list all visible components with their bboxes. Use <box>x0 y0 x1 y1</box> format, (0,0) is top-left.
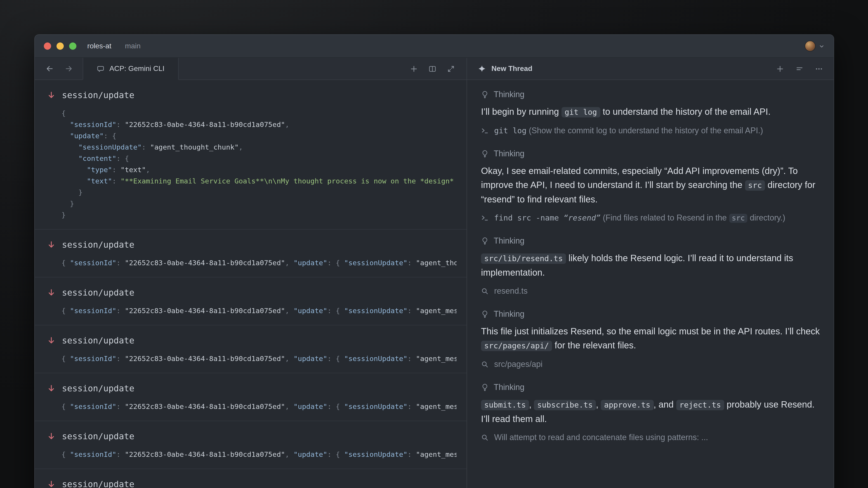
json-token: "agent_thought_chunk" <box>416 259 457 267</box>
log-entry-header[interactable]: session/update <box>35 89 467 101</box>
search-tool-row[interactable]: Will attempt to read and concatenate fil… <box>481 431 820 443</box>
titlebar[interactable]: roles-at main <box>35 35 834 58</box>
json-token: } <box>61 200 74 208</box>
lightbulb-icon <box>481 383 489 391</box>
thread-sparkle-icon <box>478 65 486 73</box>
text-segment: to understand the history of the email A… <box>600 107 771 117</box>
thinking-row[interactable]: Thinking <box>481 308 820 320</box>
terminal-icon <box>481 214 489 222</box>
json-token: "agent_message_chunk" <box>416 307 457 315</box>
command-text: find src -name <box>494 213 563 222</box>
window-controls <box>44 42 76 50</box>
thinking-label: Thinking <box>494 236 524 246</box>
json-token: "update" <box>293 307 327 315</box>
tool-note: Will attempt to read and concatenate fil… <box>494 433 708 442</box>
zoom-button[interactable] <box>69 42 76 50</box>
inline-code: src <box>729 214 747 223</box>
split-pane-button[interactable] <box>429 65 436 72</box>
json-token: "update" <box>293 355 327 363</box>
json-body: { "sessionId": "22652c83-0abe-4364-8a11-… <box>61 353 457 365</box>
json-token: "text" <box>87 177 112 185</box>
inline-code: git log <box>561 107 600 118</box>
search-icon <box>481 360 489 368</box>
git-branch[interactable]: main <box>125 42 141 50</box>
avatar[interactable] <box>805 41 815 52</box>
json-token: "sessionId" <box>70 121 116 129</box>
assistant-paragraph: Okay, I see email-related commits, espec… <box>481 164 820 206</box>
json-line: { "sessionId": "22652c83-0abe-4364-8a11-… <box>61 449 457 460</box>
json-body: { "sessionId": "22652c83-0abe-4364-8a11-… <box>61 401 457 413</box>
json-token: , <box>285 307 293 315</box>
json-token: "agent_message_chunk" <box>416 451 457 459</box>
json-token: "update" <box>293 259 327 267</box>
json-token: } <box>61 188 83 197</box>
json-token: "agent_message_chunk" <box>416 355 457 363</box>
json-line: { "sessionId": "22652c83-0abe-4364-8a11-… <box>61 305 457 317</box>
json-token: "text" <box>121 166 146 174</box>
json-token: "update" <box>293 451 327 459</box>
json-token: : <box>112 177 121 185</box>
json-body: { "sessionId": "22652c83-0abe-4364-8a11-… <box>61 449 457 460</box>
json-token: "sessionId" <box>70 259 116 267</box>
json-token <box>61 155 79 163</box>
tool-call-text: src/pages/api <box>494 359 542 369</box>
nav-back-button[interactable] <box>46 65 54 73</box>
incoming-arrow-icon <box>47 91 56 99</box>
incoming-arrow-icon <box>47 240 56 249</box>
json-token: : { <box>116 155 129 163</box>
json-line: } <box>61 187 457 198</box>
expand-pane-button[interactable] <box>447 65 455 72</box>
log-entry-header[interactable]: session/update <box>35 287 467 298</box>
tool-call-text: git log (Show the commit log to understa… <box>494 126 763 135</box>
chevron-down-icon[interactable] <box>819 43 825 49</box>
search-tool-row[interactable]: src/pages/api <box>481 358 820 370</box>
new-tab-button[interactable] <box>410 65 418 72</box>
json-line: "type": "text", <box>61 164 457 176</box>
log-entry-header[interactable]: session/update <box>35 478 467 488</box>
thinking-row[interactable]: Thinking <box>481 148 820 159</box>
json-token <box>61 143 79 151</box>
chat-bubble-icon <box>97 65 104 72</box>
log-entry-title: session/update <box>62 431 134 441</box>
thinking-label: Thinking <box>494 149 524 158</box>
log-entry-header[interactable]: session/update <box>35 382 467 394</box>
json-token: : <box>408 355 416 363</box>
inline-code: src <box>745 180 765 191</box>
nav-forward-button[interactable] <box>65 65 73 73</box>
json-token: "22652c83-0abe-4364-8a11-b90cd1a075ed" <box>125 121 285 129</box>
json-token: "update" <box>70 132 103 140</box>
new-thread-button[interactable] <box>776 65 784 72</box>
thinking-label: Thinking <box>494 309 524 319</box>
thinking-row[interactable]: Thinking <box>481 235 820 246</box>
desktop: roles-at main <box>0 0 868 488</box>
log-entry-title: session/update <box>62 479 134 488</box>
log-list[interactable]: session/update{ "sessionId": "22652c83-0… <box>35 80 467 488</box>
json-token: : { <box>327 307 344 315</box>
incoming-arrow-icon <box>47 384 56 392</box>
thinking-row[interactable]: Thinking <box>481 382 820 393</box>
log-entry-header[interactable]: session/update <box>35 238 467 250</box>
assistant-paragraph: This file just initializes Resend, so th… <box>481 324 820 353</box>
json-token: : <box>116 451 125 459</box>
left-pane: ACP: Gemini CLI session/upd <box>35 58 467 488</box>
minimize-button[interactable] <box>57 42 64 50</box>
tab-acp-gemini-cli[interactable]: ACP: Gemini CLI <box>83 58 179 79</box>
log-block: session/update{ "sessionId": "22652c83-0… <box>35 421 467 469</box>
thinking-row[interactable]: Thinking <box>481 89 820 100</box>
project-name[interactable]: roles-at <box>87 42 112 50</box>
terminal-tool-row[interactable]: git log (Show the commit log to understa… <box>481 125 820 136</box>
log-entry-header[interactable]: session/update <box>35 430 467 442</box>
inline-code: subscribe.ts <box>534 400 596 410</box>
text-segment: This file just initializes Resend, so th… <box>481 326 819 336</box>
search-tool-row[interactable]: resend.ts <box>481 285 820 297</box>
thread-list[interactable]: ThinkingI’ll begin by running git log to… <box>467 80 834 488</box>
terminal-tool-row[interactable]: find src -name “resend” (Find files rela… <box>481 212 820 224</box>
search-icon <box>481 287 489 295</box>
thread-history-button[interactable] <box>796 65 803 72</box>
log-entry-header[interactable]: session/update <box>35 334 467 346</box>
lightbulb-icon <box>481 237 489 245</box>
close-button[interactable] <box>44 42 51 50</box>
inline-code: approve.ts <box>601 400 653 410</box>
more-options-button[interactable] <box>815 65 823 72</box>
json-token: "sessionUpdate" <box>344 355 408 363</box>
